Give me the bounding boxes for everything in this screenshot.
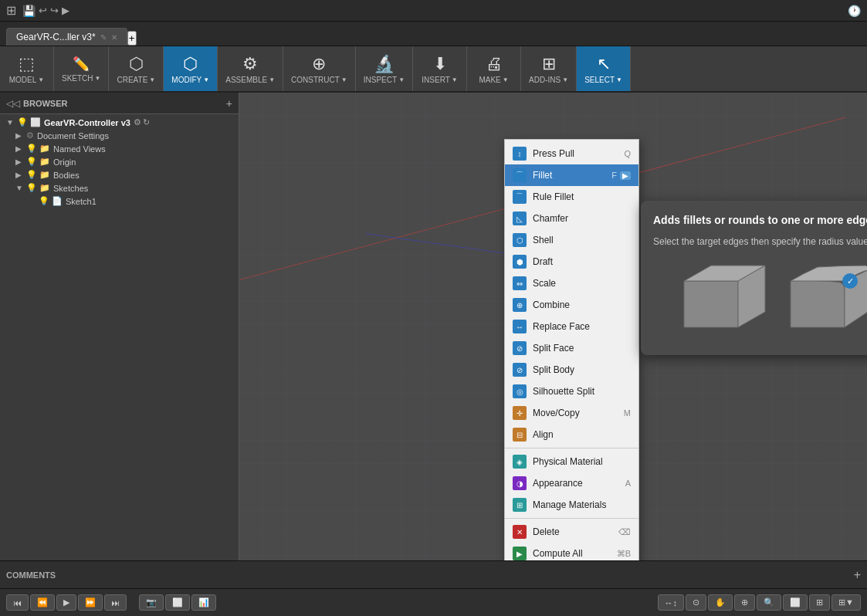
- menu-item-replace-face[interactable]: ↔ Replace Face: [505, 316, 638, 337]
- sketches-folder-icon: 📁: [39, 183, 50, 193]
- menu-item-press-pull[interactable]: ↕ Press Pull Q: [505, 143, 638, 164]
- tab-close-icon[interactable]: ✕: [111, 33, 117, 42]
- snap-btn[interactable]: ⊞▼: [831, 594, 861, 611]
- orbit-btn[interactable]: ⊙: [686, 594, 706, 611]
- tree-arrow-origin: ▶: [15, 157, 25, 166]
- nav-next-next[interactable]: ⏭: [104, 594, 127, 611]
- menu-item-scale[interactable]: ⇔ Scale: [505, 272, 638, 294]
- select-icon: ↖: [597, 54, 611, 74]
- make-label: MAKE: [479, 76, 500, 84]
- fillet-tooltip-images: ✓: [653, 258, 867, 343]
- menu-item-shell[interactable]: ⬡ Shell: [505, 229, 638, 251]
- redo-icon[interactable]: ↪: [50, 5, 59, 16]
- nav-next[interactable]: ⏩: [78, 594, 103, 611]
- nav-prev-prev[interactable]: ⏮: [6, 594, 29, 611]
- tree-arrow-views: ▶: [15, 144, 25, 153]
- tree-arrow-bodies: ▶: [15, 171, 25, 179]
- svg-text:✓: ✓: [847, 276, 854, 286]
- model-button[interactable]: ⬚ MODEL ▼: [0, 46, 54, 91]
- fillet-after-image: ✓: [775, 258, 867, 343]
- origin-folder-icon: 📁: [39, 157, 50, 167]
- assemble-button[interactable]: ⚙ ASSEMBLE ▼: [218, 46, 283, 91]
- comments-label: COMMENTS: [6, 570, 56, 580]
- modify-dropdown-menu: ↕ Press Pull Q ⌒ Fillet F ▶ ⌒ Rule Fille…: [504, 139, 639, 560]
- active-tab[interactable]: GearVR-C...ller v3* ✎ ✕: [6, 28, 127, 46]
- menu-item-delete[interactable]: ✕ Delete ⌫: [505, 521, 638, 543]
- settings-icon: ⚙: [134, 117, 141, 127]
- tree-item-named-views[interactable]: ▶ 💡 📁 Named Views: [0, 142, 239, 155]
- tree-item-sketches[interactable]: ▼ 💡 📁 Sketches: [0, 181, 239, 195]
- title-bar: ⊞ 💾 ↩ ↪ ▶ 🕐: [0, 0, 867, 22]
- collapse-icon[interactable]: ◁◁: [6, 98, 20, 109]
- zoom-fit-btn[interactable]: ⊕: [734, 594, 755, 611]
- align-icon: ⊟: [513, 428, 527, 442]
- tree-item-root[interactable]: ▼ 💡 ⬜ GearVR-Controller v3 ⚙ ↻: [0, 116, 239, 129]
- menu-item-fillet[interactable]: ⌒ Fillet F ▶: [505, 164, 638, 186]
- menu-separator-2: [505, 518, 638, 519]
- menu-item-align[interactable]: ⊟ Align: [505, 424, 638, 445]
- pan-btn[interactable]: ✋: [708, 594, 733, 611]
- menu-item-appearance[interactable]: ◑ Appearance A: [505, 472, 638, 494]
- create-label: CREATE: [117, 76, 147, 84]
- construct-button[interactable]: ⊕ CONSTRUCT ▼: [283, 46, 356, 91]
- select-button[interactable]: ↖ SELECT ▼: [577, 46, 631, 91]
- modify-button[interactable]: ⬡ MODIFY ▼: [164, 46, 218, 91]
- tree-item-sketch1[interactable]: 💡 📄 Sketch1: [0, 195, 239, 208]
- sketch-button[interactable]: ✏️ SKETCH ▼: [54, 46, 109, 91]
- undo-icon[interactable]: ↩: [39, 5, 47, 16]
- tree-label-root: GearVR-Controller v3: [44, 118, 130, 127]
- insert-button[interactable]: ⬇ INSERT ▼: [413, 46, 467, 91]
- rule-fillet-label: Rule Fillet: [533, 191, 631, 202]
- comments-plus-icon[interactable]: +: [854, 568, 861, 582]
- add-ins-button[interactable]: ⊞ ADD-INS ▼: [521, 46, 577, 91]
- make-button[interactable]: 🖨 MAKE ▼: [467, 46, 521, 91]
- forward-icon[interactable]: ▶: [62, 5, 69, 16]
- clock-icon: 🕐: [848, 5, 861, 17]
- inspect-arrow: ▼: [398, 76, 405, 83]
- press-pull-label: Press Pull: [533, 148, 624, 159]
- camera-icon-btn[interactable]: 📷: [139, 594, 164, 611]
- menu-item-silhouette-split[interactable]: ◎ Silhouette Split: [505, 381, 638, 402]
- draft-label: Draft: [533, 256, 631, 267]
- browser-plus-icon[interactable]: +: [226, 97, 232, 110]
- menu-item-combine[interactable]: ⊕ Combine: [505, 294, 638, 316]
- scale-icon: ⇔: [513, 276, 527, 290]
- physical-material-icon: ◈: [513, 455, 527, 469]
- move-icon-btn[interactable]: ↔↕: [658, 594, 685, 611]
- nav-play[interactable]: ▶: [56, 594, 76, 611]
- menu-item-move-copy[interactable]: ✛ Move/Copy M: [505, 402, 638, 424]
- create-button[interactable]: ⬡ CREATE ▼: [109, 46, 164, 91]
- panel-btn[interactable]: 📊: [191, 594, 216, 611]
- menu-item-manage-materials[interactable]: ⊞ Manage Materials: [505, 494, 638, 516]
- browser-title: BROWSER: [23, 99, 223, 108]
- menu-item-draft[interactable]: ⬢ Draft: [505, 251, 638, 272]
- views-eye-icon: 💡: [26, 144, 37, 154]
- new-tab-button[interactable]: +: [127, 31, 137, 46]
- menu-item-compute-all[interactable]: ▶ Compute All ⌘B: [505, 543, 638, 560]
- create-icon: ⬡: [129, 54, 144, 74]
- compute-all-label: Compute All: [533, 548, 617, 559]
- grid-btn[interactable]: ⊞: [809, 594, 830, 611]
- fillet-tooltip-description: Select the target edges then specify the…: [653, 235, 867, 249]
- zoom-btn[interactable]: 🔍: [757, 594, 781, 611]
- title-icons: 💾 ↩ ↪ ▶: [22, 5, 69, 17]
- tree-item-doc-settings[interactable]: ▶ ⚙ Document Settings: [0, 129, 239, 142]
- tree-item-origin[interactable]: ▶ 💡 📁 Origin: [0, 155, 239, 168]
- nav-prev[interactable]: ⏪: [30, 594, 55, 611]
- tree-item-bodies[interactable]: ▶ 💡 📁 Bodies: [0, 168, 239, 181]
- menu-item-physical-material[interactable]: ◈ Physical Material: [505, 451, 638, 472]
- save-icon[interactable]: 💾: [22, 5, 36, 17]
- canvas[interactable]: ↕ Press Pull Q ⌒ Fillet F ▶ ⌒ Rule Fille…: [239, 93, 867, 560]
- frame-btn[interactable]: ⬜: [165, 594, 190, 611]
- main-area: ◁◁ BROWSER + ▼ 💡 ⬜ GearVR-Controller v3 …: [0, 93, 867, 560]
- menu-item-split-body[interactable]: ⊘ Split Body: [505, 359, 638, 381]
- fillet-tooltip-title: Adds fillets or rounds to one or more ed…: [653, 213, 867, 228]
- inspect-button[interactable]: 🔬 INSPECT ▼: [356, 46, 413, 91]
- add-ins-icon: ⊞: [542, 54, 556, 74]
- root-folder-icon: ⬜: [30, 117, 41, 127]
- menu-item-chamfer[interactable]: ◺ Chamfer: [505, 208, 638, 229]
- display-mode-btn[interactable]: ⬜: [783, 594, 808, 611]
- root-eye-icon: 💡: [17, 117, 28, 127]
- menu-item-split-face[interactable]: ⊘ Split Face: [505, 337, 638, 359]
- menu-item-rule-fillet[interactable]: ⌒ Rule Fillet: [505, 186, 638, 208]
